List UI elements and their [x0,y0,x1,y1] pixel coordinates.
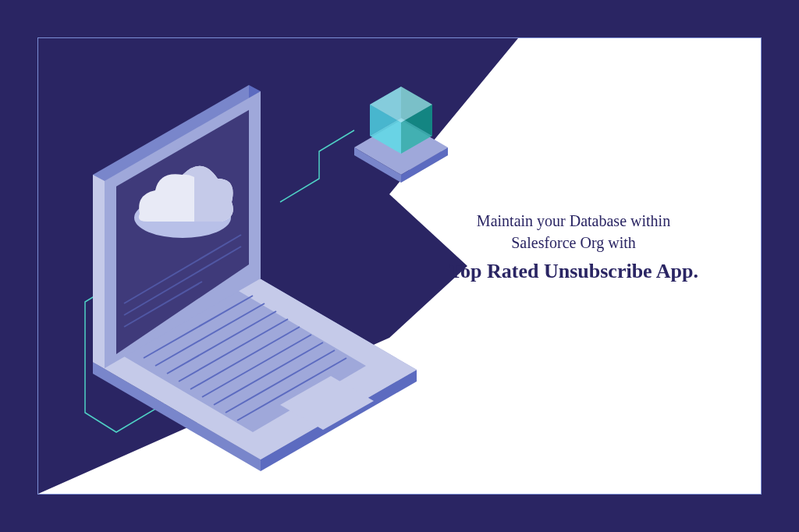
subtitle-line-1: Maintain your Database within [477,212,670,229]
headline-block: Maintain your Database within Salesforce… [417,210,730,285]
subtitle-line-2: Salesforce Org with [511,234,636,251]
svg-marker-29 [93,175,105,368]
main-title: Top Rated Unsubscribe App. [417,258,730,285]
content-panel: Maintain your Database within Salesforce… [38,38,761,494]
subtitle: Maintain your Database within Salesforce… [417,210,730,254]
